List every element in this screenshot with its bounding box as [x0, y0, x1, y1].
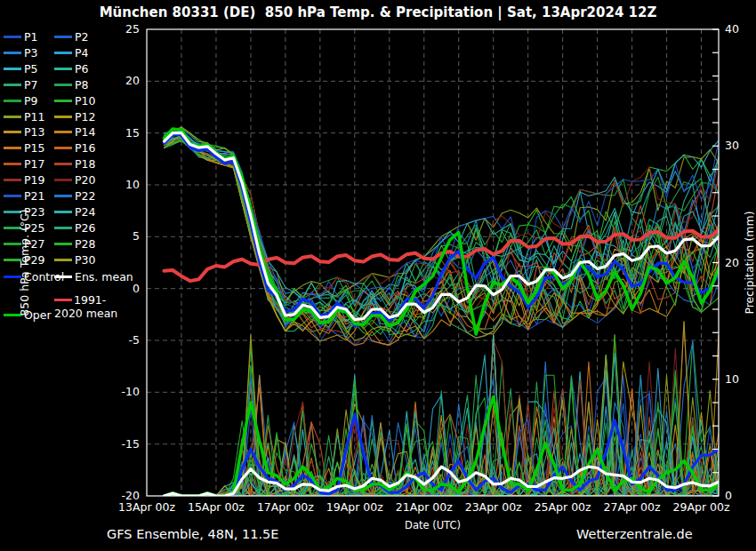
x-tick-2: 15Apr 00z [181, 501, 251, 514]
y-left-tick-5: 5 [102, 230, 140, 243]
footer-site-name: Wetterzentrale.de [576, 527, 693, 541]
y-left-tick-0: 0 [102, 283, 140, 295]
x-tick-8: 27Apr 00z [598, 501, 667, 514]
y-left-tick-15: 15 [102, 127, 140, 140]
y-left-tick--5: -5 [102, 334, 140, 347]
data-lines [165, 127, 720, 496]
y-left-tick-20: 20 [102, 75, 140, 87]
y-left-tick-25: 25 [102, 23, 140, 36]
y-right-tick-30: 30 [725, 140, 752, 152]
y-left-tick-10: 10 [102, 179, 140, 191]
right-axis-ticks [712, 29, 719, 496]
x-tick-3: 17Apr 00z [251, 501, 320, 514]
x-tick-7: 25Apr 00z [528, 501, 598, 514]
y-right-tick-10: 10 [725, 373, 752, 386]
y-right-tick-40: 40 [725, 23, 752, 36]
x-tick-4: 19Apr 00z [320, 501, 390, 514]
y-left-tick--10: -10 [102, 386, 140, 398]
footer-model-info: GFS Ensemble, 48N, 11.5E [107, 527, 278, 541]
meteogram-chart: München 80331 (DE) 850 hPa Temp. & Preci… [0, 0, 756, 551]
y-right-tick-20: 20 [725, 257, 752, 269]
x-tick-6: 23Apr 00z [459, 501, 528, 514]
x-tick-1: 13Apr 00z [112, 501, 181, 514]
y-left-tick--15: -15 [102, 438, 140, 451]
x-tick-9: 29Apr 00z [667, 501, 736, 514]
x-tick-5: 21Apr 00z [390, 501, 459, 514]
